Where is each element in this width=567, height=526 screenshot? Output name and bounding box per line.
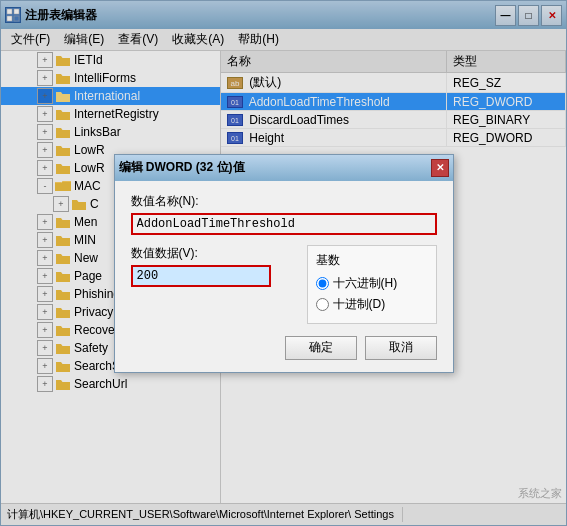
dialog-buttons: 确定 取消: [131, 336, 437, 360]
dialog-lower: 数值数据(V): 基数 十六进制(H) 十进制(D): [131, 245, 437, 324]
radix-dec-row: 十进制(D): [316, 296, 428, 313]
radix-hex-label: 十六进制(H): [333, 275, 398, 292]
name-field-group: 数值名称(N):: [131, 193, 437, 235]
radix-label: 基数: [316, 252, 428, 269]
dialog-title: 编辑 DWORD (32 位)值: [119, 159, 245, 176]
radix-hex-radio[interactable]: [316, 277, 329, 290]
dialog-title-bar: 编辑 DWORD (32 位)值 ✕: [115, 155, 453, 181]
name-field-label: 数值名称(N):: [131, 193, 437, 210]
dialog-close-button[interactable]: ✕: [431, 159, 449, 177]
radix-dec-label: 十进制(D): [333, 296, 386, 313]
radix-section: 基数 十六进制(H) 十进制(D): [307, 245, 437, 324]
ok-button[interactable]: 确定: [285, 336, 357, 360]
value-section: 数值数据(V):: [131, 245, 295, 324]
value-field-label: 数值数据(V):: [131, 245, 295, 262]
dialog-body: 数值名称(N): 数值数据(V): 基数 十六进制(H): [115, 181, 453, 372]
edit-dword-dialog: 编辑 DWORD (32 位)值 ✕ 数值名称(N): 数值数据(V):: [114, 154, 454, 373]
radix-hex-row: 十六进制(H): [316, 275, 428, 292]
value-field-input[interactable]: [131, 265, 271, 287]
main-window: 注册表编辑器 — □ ✕ 文件(F) 编辑(E) 查看(V) 收藏夹(A) 帮助…: [0, 0, 567, 526]
cancel-button[interactable]: 取消: [365, 336, 437, 360]
name-field-input[interactable]: [131, 213, 437, 235]
radix-dec-radio[interactable]: [316, 298, 329, 311]
dialog-overlay: 编辑 DWORD (32 位)值 ✕ 数值名称(N): 数值数据(V):: [1, 1, 566, 525]
